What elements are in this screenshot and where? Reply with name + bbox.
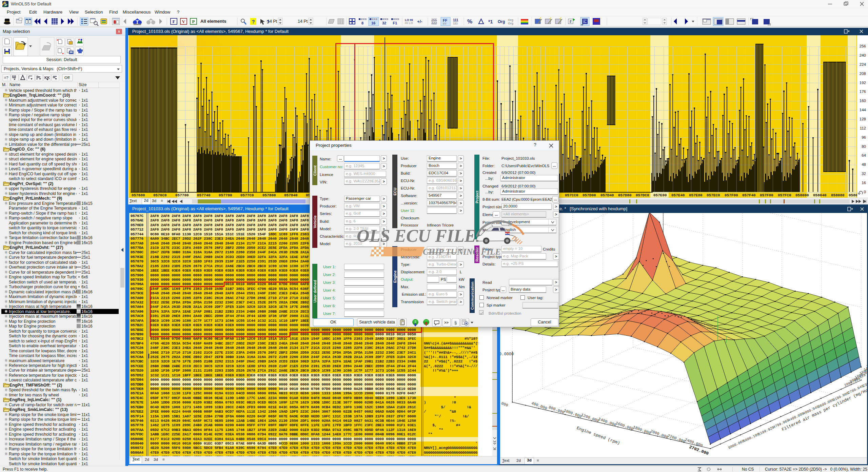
svg-text:111: 111 (453, 22, 458, 25)
svg-text:40.000: 40.000 (500, 398, 509, 407)
svg-text:Org: Org (508, 18, 513, 22)
svg-text:800.000: 800.000 (548, 405, 565, 415)
svg-text:§: § (454, 320, 457, 325)
svg-text:Org: Org (508, 22, 513, 25)
svg-text:%: % (467, 18, 472, 25)
svg-text:>>: >> (444, 320, 449, 324)
svg-text:16: 16 (371, 21, 375, 25)
svg-text:322: 322 (431, 21, 437, 25)
svg-text:32: 32 (382, 21, 386, 25)
svg-text:2000.000: 2000.000 (650, 429, 669, 439)
svg-text:5199.920: 5199.920 (757, 426, 775, 436)
svg-text:Org: Org (498, 19, 505, 24)
svg-text:14 Pt: 14 Pt (298, 19, 308, 24)
svg-text:All elements: All elements (200, 19, 226, 24)
svg-text:2200.000: 2200.000 (667, 433, 686, 444)
svg-text:Engine speed (rpm): Engine speed (rpm) (576, 426, 621, 446)
svg-text:F: F (570, 20, 572, 24)
svg-text:HI LO: HI LO (405, 21, 413, 25)
svg-text:8: 8 (361, 21, 363, 25)
svg-text:+/-: +/- (417, 19, 422, 24)
svg-text:0.0000: 0.0000 (500, 352, 514, 357)
svg-text:F1: F1 (393, 21, 397, 25)
svg-text:6000.060: 6000.060 (728, 439, 745, 450)
svg-text:F: F (173, 19, 175, 24)
svg-text:1600.000: 1600.000 (615, 421, 634, 431)
svg-text:FF: FF (443, 22, 447, 25)
svg-text:400.000: 400.000 (531, 401, 548, 411)
svg-text:V: V (182, 19, 185, 24)
svg-text:5: 5 (4, 2, 6, 7)
svg-text:*1: *1 (488, 19, 493, 24)
svg-text:2399.980: 2399.980 (862, 377, 867, 388)
svg-text:1400.000: 1400.000 (598, 417, 617, 427)
svg-text:1000.000: 1000.000 (563, 408, 582, 419)
svg-text:14 Pt: 14 Pt (267, 19, 277, 24)
svg-text:1200.000: 1200.000 (580, 413, 599, 423)
svg-text:5600.100: 5600.100 (743, 432, 760, 443)
svg-text:P: P (192, 19, 195, 24)
svg-text:1800.000: 1800.000 (632, 425, 651, 435)
svg-text:?: ? (252, 19, 255, 24)
